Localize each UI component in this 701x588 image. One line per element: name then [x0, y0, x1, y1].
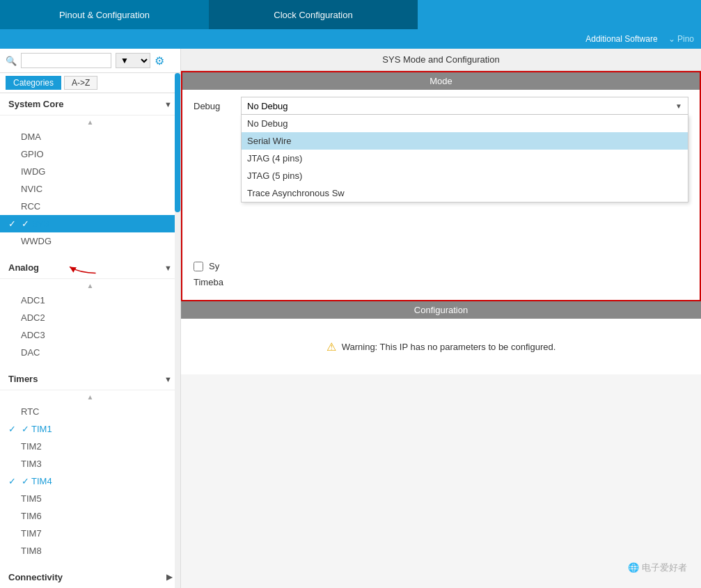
category-header-connectivity[interactable]: Connectivity ▶ — [0, 566, 180, 588]
debug-dropdown-wrapper: No Debug ▼ No Debug Serial Wire JTAG (4 … — [241, 97, 688, 115]
sidebar-item-nvic[interactable]: NVIC — [0, 180, 180, 198]
sidebar-item-tim1[interactable]: ✓ TIM1 — [0, 420, 180, 438]
tab-clock[interactable]: Clock Configuration — [209, 0, 418, 29]
sidebar-search-bar: 🔍 ▼ ⚙ — [0, 49, 180, 73]
main-layout: 🔍 ▼ ⚙ Categories A->Z System Core ▼ ▲ DM… — [0, 49, 701, 588]
gear-icon[interactable]: ⚙ — [155, 54, 164, 67]
sidebar-item-rtc[interactable]: RTC — [0, 403, 180, 420]
tab-az[interactable]: A->Z — [64, 76, 97, 90]
timeba-label: Timeba — [194, 277, 235, 287]
second-bar: Additional Software ⌄ Pino — [0, 29, 701, 49]
top-nav: Pinout & Configuration Clock Configurati… — [0, 0, 701, 29]
sidebar-item-tim7[interactable]: TIM7 — [0, 525, 180, 542]
sidebar-item-tim6[interactable]: TIM6 — [0, 507, 180, 525]
sidebar-item-dma[interactable]: DMA — [0, 128, 180, 145]
main-content: SYS Mode and Configuration Mode Debug No… — [181, 49, 701, 588]
option-jtag4[interactable]: JTAG (4 pins) — [242, 150, 688, 167]
sidebar-item-tim2[interactable]: TIM2 — [0, 438, 180, 455]
system-core-items: ▲ DMA GPIO IWDG NVIC RCC ✓ SYS WWDG — [0, 116, 180, 250]
chevron-down-icon-timers: ▼ — [164, 375, 172, 383]
sidebar-item-gpio[interactable]: GPIO — [0, 145, 180, 163]
sidebar-item-adc3[interactable]: ADC3 — [0, 326, 180, 344]
sidebar: 🔍 ▼ ⚙ Categories A->Z System Core ▼ ▲ DM… — [0, 49, 181, 588]
sidebar-item-iwdg[interactable]: IWDG — [0, 163, 180, 180]
debug-dropdown-selected[interactable]: No Debug ▼ — [241, 97, 688, 115]
sysclock-checkbox[interactable] — [194, 262, 203, 271]
category-timers: Timers ▼ ▲ RTC ✓ TIM1 TIM2 TIM3 ✓ TIM4 T… — [0, 368, 180, 559]
config-body: ⚠ Warning: This IP has no parameters to … — [181, 319, 701, 374]
category-header-timers[interactable]: Timers ▼ — [0, 368, 180, 390]
option-serial-wire[interactable]: Serial Wire — [242, 132, 688, 150]
option-trace-async[interactable]: Trace Asynchronous Sw — [242, 184, 688, 202]
tab-pinout[interactable]: Pinout & Configuration — [0, 0, 209, 29]
additional-software-link[interactable]: Additional Software — [585, 34, 657, 44]
scroll-up-btn-analog[interactable]: ▲ — [0, 279, 180, 292]
category-header-system-core[interactable]: System Core ▼ — [0, 93, 180, 116]
scroll-up-btn-timers[interactable]: ▲ — [0, 390, 180, 403]
timers-items: ▲ RTC ✓ TIM1 TIM2 TIM3 ✓ TIM4 TIM5 TIM6 … — [0, 390, 180, 559]
chevron-down-icon-analog: ▼ — [164, 264, 172, 272]
sidebar-item-adc2[interactable]: ADC2 — [0, 309, 180, 326]
sidebar-item-tim8[interactable]: TIM8 — [0, 542, 180, 559]
sidebar-item-tim4[interactable]: ✓ TIM4 — [0, 472, 180, 490]
category-connectivity: Connectivity ▶ — [0, 566, 180, 588]
sidebar-item-dac[interactable]: DAC — [0, 344, 180, 361]
config-section: Configuration ⚠ Warning: This IP has no … — [181, 301, 701, 374]
warning-text: Warning: This IP has no parameters to be… — [342, 342, 556, 352]
sidebar-item-tim5[interactable]: TIM5 — [0, 490, 180, 507]
search-icon: 🔍 — [6, 56, 17, 66]
search-select[interactable]: ▼ — [116, 53, 150, 68]
debug-label: Debug — [194, 101, 235, 111]
sidebar-item-wwdg[interactable]: WWDG — [0, 232, 180, 250]
sidebar-item-rcc[interactable]: RCC — [0, 198, 180, 215]
timeba-row: Timeba — [194, 277, 688, 287]
category-header-analog[interactable]: Analog ▼ — [0, 257, 180, 279]
mode-section: Mode Debug No Debug ▼ No Debug Serial Wi… — [181, 71, 701, 301]
config-header: Configuration — [181, 301, 701, 319]
sidebar-item-tim3[interactable]: TIM3 — [0, 455, 180, 472]
debug-row: Debug No Debug ▼ No Debug Serial Wire JT… — [194, 97, 688, 115]
tab-categories[interactable]: Categories — [6, 76, 61, 90]
section-title: SYS Mode and Configuration — [181, 49, 701, 71]
option-jtag5[interactable]: JTAG (5 pins) — [242, 167, 688, 184]
sidebar-item-sys[interactable]: ✓ SYS — [0, 215, 180, 232]
search-input[interactable] — [21, 53, 111, 68]
pino-link[interactable]: ⌄ Pino — [668, 34, 694, 44]
scroll-up-btn[interactable]: ▲ — [0, 116, 180, 128]
chevron-down-icon: ▼ — [164, 100, 172, 109]
sidebar-item-adc1[interactable]: ADC1 — [0, 292, 180, 309]
debug-dropdown-list: No Debug Serial Wire JTAG (4 pins) JTAG … — [241, 115, 688, 202]
sysclock-label: Sy — [209, 261, 219, 271]
chevron-right-icon-connectivity: ▶ — [166, 573, 172, 582]
dropdown-arrow-icon: ▼ — [675, 102, 682, 110]
warning-icon: ⚠ — [326, 340, 336, 353]
analog-items: ▲ ADC1 ADC2 ADC3 DAC — [0, 279, 180, 361]
category-analog: Analog ▼ ▲ ADC1 ADC2 ADC3 DAC — [0, 257, 180, 361]
category-system-core: System Core ▼ ▲ DMA GPIO IWDG NVIC RCC ✓… — [0, 93, 180, 250]
option-no-debug[interactable]: No Debug — [242, 115, 688, 132]
sidebar-scrollbar[interactable] — [175, 73, 180, 588]
sidebar-tabs: Categories A->Z — [0, 73, 180, 93]
mode-body: Debug No Debug ▼ No Debug Serial Wire JT… — [182, 90, 700, 300]
sysclock-row: Sy — [194, 261, 688, 271]
mode-header: Mode — [182, 72, 700, 90]
sidebar-scrollbar-thumb — [175, 73, 180, 212]
